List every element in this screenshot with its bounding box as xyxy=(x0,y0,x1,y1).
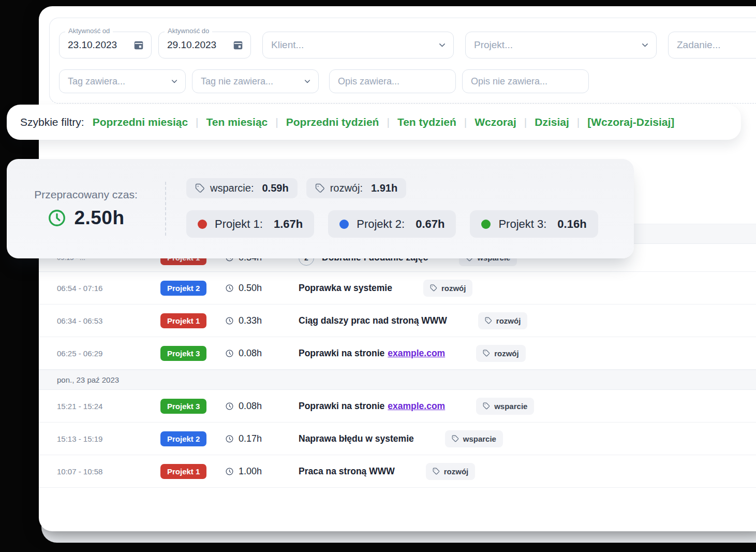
summary-tag-value: 0.59h xyxy=(262,182,288,194)
summary-tag-value: 1.91h xyxy=(371,182,397,194)
table-row[interactable]: 06:34 - 06:53 Projekt 1 0.33h Ciąg dalsz… xyxy=(39,304,756,337)
entry-description-text: Praca na stroną WWW xyxy=(299,466,395,477)
tag-icon xyxy=(315,183,325,193)
quick-filter-link[interactable]: Dzisiaj xyxy=(535,116,569,128)
tag-icon xyxy=(430,284,437,292)
tag-contains-input[interactable] xyxy=(60,70,185,93)
quick-filter-link[interactable]: Poprzedni miesiąc xyxy=(93,116,188,128)
tag-icon xyxy=(452,435,459,442)
quick-filter-link[interactable]: Poprzedni tydzień xyxy=(286,116,379,128)
desc-not-contains-field[interactable] xyxy=(462,69,589,93)
quick-filter-separator: | xyxy=(196,116,198,128)
project-badge: Projekt 2 xyxy=(160,281,206,296)
project-color-dot xyxy=(198,220,207,229)
date-band: pon., 23 paź 2023 xyxy=(39,370,756,390)
summary-tag-name: wsparcie: xyxy=(210,182,254,194)
table-row[interactable]: 15:13 - 15:19 Projekt 2 0.17h Naprawa bł… xyxy=(39,423,756,455)
date-to-field[interactable]: Aktywność do xyxy=(158,32,251,59)
quick-filters-bar: Szybkie filtry: Poprzedni miesiąc|Ten mi… xyxy=(7,105,741,140)
entry-tag-label: wsparcie xyxy=(463,434,496,443)
entry-description-text: Poprawka w systemie xyxy=(299,283,392,294)
calendar-icon[interactable] xyxy=(232,39,244,51)
tag-icon xyxy=(483,350,490,357)
entry-description-text: Naprawa błędu w systemie xyxy=(299,433,414,444)
summary-project-chip: Projekt 3:0.16h xyxy=(470,210,598,238)
entry-description-text: Ciąg dalszy prac nad stroną WWW xyxy=(299,315,447,326)
project-input[interactable] xyxy=(466,32,656,58)
task-input[interactable] xyxy=(669,32,756,58)
tag-not-contains-select[interactable] xyxy=(192,69,319,93)
task-field[interactable] xyxy=(668,32,756,59)
project-badge: Projekt 2 xyxy=(160,431,206,446)
entry-description-text: Poprawki na stronie xyxy=(299,401,384,412)
entry-tag-label: rozwój xyxy=(444,467,469,476)
chevron-down-icon[interactable] xyxy=(641,41,649,50)
project-color-dot xyxy=(481,220,491,229)
entry-tag-chip: wsparcie xyxy=(445,430,503,447)
entry-duration-value: 0.08h xyxy=(239,348,262,359)
quick-filter-separator: | xyxy=(524,116,527,128)
chevron-down-icon[interactable] xyxy=(303,77,312,85)
tag-not-contains-input[interactable] xyxy=(192,70,318,93)
summary-project-name: Projekt 3: xyxy=(498,217,546,231)
app-card: Aktywność od Aktywność do xyxy=(39,6,756,531)
project-select[interactable] xyxy=(465,32,657,59)
summary-project-value: 1.67h xyxy=(274,217,303,231)
summary-tag-chip: rozwój:1.91h xyxy=(306,178,407,198)
table-row[interactable]: 06:25 - 06:29 Projekt 3 0.08h Poprawki n… xyxy=(39,337,756,370)
clock-icon xyxy=(225,349,234,358)
project-color-dot xyxy=(339,220,349,229)
clock-icon xyxy=(225,316,234,325)
project-badge: Projekt 1 xyxy=(160,464,206,479)
entry-time-range: 15:21 - 15:24 xyxy=(39,402,160,411)
entry-description-link[interactable]: example.com xyxy=(388,348,445,359)
quick-filter-separator: | xyxy=(464,116,467,128)
summary-total-block: Przepracowany czas: 2.50h xyxy=(7,159,165,258)
quick-filter-link[interactable]: Ten miesiąc xyxy=(206,116,268,128)
tag-icon xyxy=(485,317,492,324)
summary-project-chip: Projekt 1:1.67h xyxy=(186,210,314,238)
quick-filter-link[interactable]: [Wczoraj-Dzisiaj] xyxy=(587,116,674,128)
client-input[interactable] xyxy=(263,32,453,58)
quick-filter-separator: | xyxy=(275,116,278,128)
clock-icon xyxy=(47,208,67,228)
table-row[interactable]: 10:07 - 10:58 Projekt 1 1.00h Praca na s… xyxy=(39,455,756,488)
chevron-down-icon[interactable] xyxy=(170,77,179,85)
clock-icon xyxy=(225,402,234,411)
project-badge: Projekt 3 xyxy=(160,399,206,414)
entry-tag-chip: rozwój xyxy=(476,345,526,362)
entry-tag-label: wsparcie xyxy=(494,402,527,411)
entry-time-range: 10:07 - 10:58 xyxy=(39,467,160,476)
entry-duration-value: 0.17h xyxy=(239,433,262,444)
entry-tag-label: rozwój xyxy=(496,316,521,325)
entry-duration-value: 0.33h xyxy=(239,315,262,326)
date-from-field[interactable]: Aktywność od xyxy=(59,32,152,59)
tag-contains-select[interactable] xyxy=(59,69,186,93)
entry-tag-label: rozwój xyxy=(441,284,466,293)
entry-duration-value: 0.50h xyxy=(239,283,262,294)
entry-description-link[interactable]: example.com xyxy=(388,401,445,412)
quick-filter-link[interactable]: Wczoraj xyxy=(475,116,516,128)
summary-label: Przepracowany czas: xyxy=(34,188,138,201)
chevron-down-icon[interactable] xyxy=(438,41,447,50)
desc-contains-field[interactable] xyxy=(329,69,456,93)
summary-card: Przepracowany czas: 2.50h wsparcie:0.59h… xyxy=(7,159,634,258)
filters-panel: Aktywność od Aktywność do xyxy=(49,18,756,104)
table-row[interactable]: 15:21 - 15:24 Projekt 3 0.08h Poprawki n… xyxy=(39,390,756,423)
tag-icon xyxy=(433,468,440,475)
desc-contains-input[interactable] xyxy=(330,70,455,93)
quick-filter-link[interactable]: Ten tydzień xyxy=(397,116,456,128)
quick-filter-separator: | xyxy=(387,116,389,128)
tag-icon xyxy=(483,402,490,410)
calendar-icon[interactable] xyxy=(133,39,144,51)
client-select[interactable] xyxy=(262,32,454,59)
summary-divider xyxy=(165,182,166,236)
summary-project-name: Projekt 1: xyxy=(215,217,263,231)
project-badge: Projekt 3 xyxy=(160,346,206,361)
desc-not-contains-input[interactable] xyxy=(463,70,588,93)
clock-icon xyxy=(225,467,234,476)
summary-tag-chip: wsparcie:0.59h xyxy=(186,178,298,198)
entry-time-range: 06:34 - 06:53 xyxy=(39,316,160,325)
table-row[interactable]: 06:54 - 07:16 Projekt 2 0.50h Poprawka w… xyxy=(39,272,756,304)
entries-table: 09:15 - ... Projekt 1 0.34h 2 Dobranie i… xyxy=(39,224,756,488)
